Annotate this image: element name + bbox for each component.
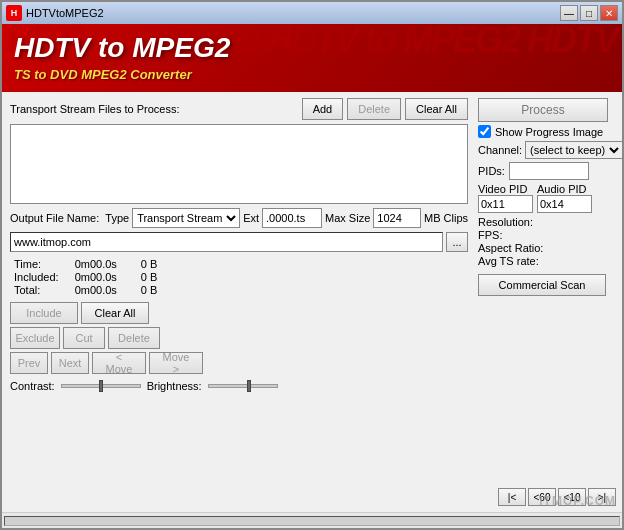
avg-ts-label: Avg TS rate: bbox=[478, 255, 539, 267]
commercial-scan-button[interactable]: Commercial Scan bbox=[478, 274, 606, 296]
move-left-button[interactable]: < Move bbox=[92, 352, 146, 374]
included-value: 0m00.0s bbox=[75, 271, 117, 283]
max-size-input[interactable] bbox=[373, 208, 421, 228]
left-panel: Transport Stream Files to Process: Add D… bbox=[2, 92, 474, 512]
titlebar-buttons: — □ ✕ bbox=[560, 5, 618, 21]
watermark: ITMOP.COM bbox=[539, 494, 616, 508]
titlebar: H HDTVtoMPEG2 — □ ✕ bbox=[2, 2, 622, 24]
filename-input[interactable] bbox=[10, 232, 443, 252]
ext-label: Ext bbox=[243, 212, 259, 224]
filename-row: ... bbox=[10, 232, 468, 252]
delete-button[interactable]: Delete bbox=[347, 98, 401, 120]
ext-input[interactable] bbox=[262, 208, 322, 228]
time-label: Time: bbox=[14, 258, 59, 270]
transport-label: Transport Stream Files to Process: bbox=[10, 103, 180, 115]
info-time-values: 0m00.0s 0m00.0s 0m00.0s bbox=[75, 258, 117, 296]
resolution-row: Resolution: bbox=[478, 216, 616, 228]
clear-all-button[interactable]: Clear All bbox=[405, 98, 468, 120]
channel-row: Channel: (select to keep) bbox=[478, 141, 616, 159]
total-value: 0m00.0s bbox=[75, 284, 117, 296]
btn-row-2: Exclude Cut Delete bbox=[10, 327, 468, 349]
output-row: Output File Name: Type Transport Stream … bbox=[10, 208, 468, 228]
exclude-button[interactable]: Exclude bbox=[10, 327, 60, 349]
time-value: 0m00.0s bbox=[75, 258, 117, 270]
file-list-area bbox=[10, 124, 468, 204]
video-pid-col: Video PID bbox=[478, 183, 533, 213]
fps-row: FPS: bbox=[478, 229, 616, 241]
close-button[interactable]: ✕ bbox=[600, 5, 618, 21]
show-progress-row: Show Progress Image bbox=[478, 125, 616, 138]
nav-first-button[interactable]: |< bbox=[498, 488, 526, 506]
avg-ts-row: Avg TS rate: bbox=[478, 255, 616, 267]
output-label: Output File Name: bbox=[10, 212, 99, 224]
banner-subtitle: TS to DVD MPEG2 Converter bbox=[14, 67, 192, 82]
show-progress-label: Show Progress Image bbox=[495, 126, 603, 138]
browse-button[interactable]: ... bbox=[446, 232, 468, 252]
mb-label: MB bbox=[424, 212, 441, 224]
contrast-label: Contrast: bbox=[10, 380, 55, 392]
audio-pid-col: Audio PID bbox=[537, 183, 592, 213]
pids-label: PIDs: bbox=[478, 165, 505, 177]
info-size-values: 0 B 0 B 0 B bbox=[141, 258, 158, 296]
audio-pid-label: Audio PID bbox=[537, 183, 592, 195]
size1-value: 0 B bbox=[141, 258, 158, 270]
move-right-button[interactable]: Move > bbox=[149, 352, 203, 374]
right-panel: Process Show Progress Image Channel: (se… bbox=[474, 92, 622, 512]
brightness-label: Brightness: bbox=[147, 380, 202, 392]
include-button[interactable]: Include bbox=[10, 302, 78, 324]
channel-select[interactable]: (select to keep) bbox=[525, 141, 622, 159]
aspect-ratio-row: Aspect Ratio: bbox=[478, 242, 616, 254]
pids-input[interactable] bbox=[509, 162, 589, 180]
resolution-label: Resolution: bbox=[478, 216, 533, 228]
process-button[interactable]: Process bbox=[478, 98, 608, 122]
size2-value: 0 B bbox=[141, 271, 158, 283]
aspect-ratio-label: Aspect Ratio: bbox=[478, 242, 543, 254]
transport-row: Transport Stream Files to Process: Add D… bbox=[10, 98, 468, 120]
maximize-button[interactable]: □ bbox=[580, 5, 598, 21]
btn-row-1: Include Clear All bbox=[10, 302, 468, 324]
cut-button[interactable]: Cut bbox=[63, 327, 105, 349]
info-labels: Time: Included: Total: bbox=[14, 258, 59, 296]
max-size-label: Max Size bbox=[325, 212, 370, 224]
total-label: Total: bbox=[14, 284, 59, 296]
clear-all-2-button[interactable]: Clear All bbox=[81, 302, 149, 324]
pids-row: PIDs: bbox=[478, 162, 616, 180]
banner: HDTV to MPEG2 HDTV to MPEG2 HDTV HDTV to… bbox=[2, 24, 622, 92]
slider-row: Contrast: Brightness: bbox=[10, 380, 468, 392]
minimize-button[interactable]: — bbox=[560, 5, 578, 21]
clips-label: Clips bbox=[444, 212, 468, 224]
channel-label: Channel: bbox=[478, 144, 522, 156]
vid-audio-row: Video PID Audio PID bbox=[478, 183, 616, 213]
audio-pid-input[interactable] bbox=[537, 195, 592, 213]
window-title: HDTVtoMPEG2 bbox=[26, 7, 560, 19]
banner-title: HDTV to MPEG2 bbox=[14, 32, 230, 64]
bottom-scrollbar[interactable] bbox=[2, 512, 622, 528]
size3-value: 0 B bbox=[141, 284, 158, 296]
main-window: H HDTVtoMPEG2 — □ ✕ HDTV to MPEG2 HDTV t… bbox=[0, 0, 624, 530]
add-button[interactable]: Add bbox=[302, 98, 344, 120]
delete-2-button[interactable]: Delete bbox=[108, 327, 160, 349]
show-progress-checkbox[interactable] bbox=[478, 125, 491, 138]
type-label: Type bbox=[105, 212, 129, 224]
info-section: Resolution: FPS: Aspect Ratio: Avg TS ra… bbox=[478, 216, 616, 267]
fps-label: FPS: bbox=[478, 229, 502, 241]
video-pid-input[interactable] bbox=[478, 195, 533, 213]
btn-row-3: Prev Next < Move Move > bbox=[10, 352, 468, 374]
brightness-slider[interactable] bbox=[208, 380, 278, 392]
included-label: Included: bbox=[14, 271, 59, 283]
scroll-track[interactable] bbox=[4, 516, 620, 526]
type-select[interactable]: Transport Stream bbox=[132, 208, 240, 228]
contrast-slider[interactable] bbox=[61, 380, 141, 392]
main-content: Transport Stream Files to Process: Add D… bbox=[2, 92, 622, 512]
next-button[interactable]: Next bbox=[51, 352, 89, 374]
info-area: Time: Included: Total: 0m00.0s 0m00.0s 0… bbox=[10, 258, 468, 296]
app-icon: H bbox=[6, 5, 22, 21]
video-pid-label: Video PID bbox=[478, 183, 533, 195]
prev-button[interactable]: Prev bbox=[10, 352, 48, 374]
bottom-buttons: Include Clear All Exclude Cut Delete Pre… bbox=[10, 302, 468, 374]
